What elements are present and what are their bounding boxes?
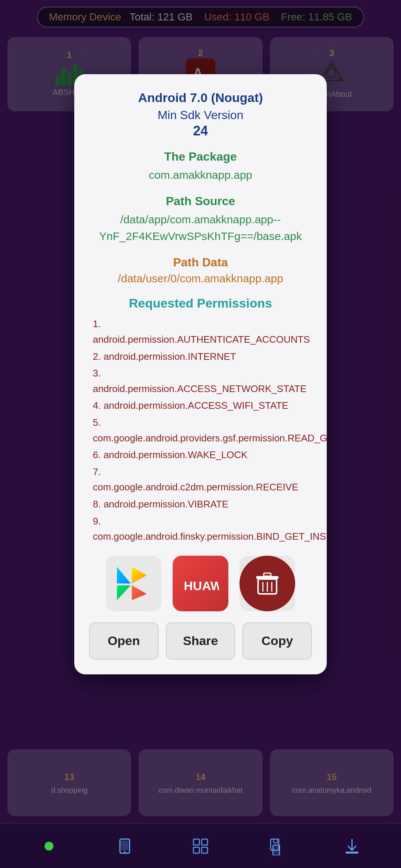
svg-rect-27 <box>273 845 280 855</box>
trash-svg <box>252 569 282 598</box>
svg-point-17 <box>45 842 53 851</box>
path-data-section: Path Data /data/user/0/com.amakknapp.app <box>89 256 312 285</box>
min-sdk-label: Min Sdk Version <box>89 107 312 124</box>
bottom-nav <box>0 823 401 868</box>
nav-download[interactable] <box>337 836 367 856</box>
permissions-list: 1. android.permission.AUTHENTICATE_ACCOU… <box>89 316 312 544</box>
trash-icon-box[interactable] <box>239 556 295 611</box>
svg-rect-22 <box>202 839 208 845</box>
permission-item: 9. com.google.android.finsky.permission.… <box>93 514 308 545</box>
permission-item: 3. android.permission.ACCESS_NETWORK_STA… <box>93 366 308 397</box>
huawei-icon: HUAWEI <box>182 572 219 595</box>
svg-rect-26 <box>274 839 277 843</box>
nav-file[interactable] <box>261 836 291 856</box>
path-data-value: /data/user/0/com.amakknapp.app <box>89 272 312 285</box>
package-section: The Package com.amakknapp.app <box>89 150 312 183</box>
svg-rect-28 <box>346 852 358 854</box>
permission-item: 7. com.google.android.c2dm.permission.RE… <box>93 464 308 495</box>
trash-icon <box>239 556 295 611</box>
share-button[interactable]: Share <box>166 622 235 660</box>
phone-icon <box>115 836 135 856</box>
svg-rect-23 <box>193 847 199 853</box>
svg-marker-7 <box>117 585 131 600</box>
path-source-label: Path Source <box>89 194 312 208</box>
copy-button[interactable]: Copy <box>242 622 312 660</box>
google-play-icon-box[interactable] <box>106 556 162 611</box>
svg-rect-24 <box>202 847 208 853</box>
action-icons-row: HUAWEI <box>89 556 312 611</box>
permissions-section: Requested Permissions 1. android.permiss… <box>89 296 312 544</box>
permission-item: 1. android.permission.AUTHENTICATE_ACCOU… <box>93 316 308 347</box>
google-play-icon <box>111 561 156 606</box>
permissions-label: Requested Permissions <box>89 296 312 310</box>
svg-rect-21 <box>193 839 199 845</box>
path-data-label: Path Data <box>89 256 312 269</box>
svg-marker-9 <box>132 585 147 600</box>
app-info-modal: Android 7.0 (Nougat) Min Sdk Version 24 … <box>74 74 327 674</box>
nav-phone[interactable] <box>110 836 140 856</box>
package-label: The Package <box>89 150 312 164</box>
android-version: Android 7.0 (Nougat) <box>89 89 312 107</box>
package-value: com.amakknapp.app <box>89 167 312 183</box>
path-source-section: Path Source /data/app/com.amakknapp.app-… <box>89 194 312 244</box>
permission-item: 8. android.permission.VIBRATE <box>93 497 308 512</box>
svg-text:HUAWEI: HUAWEI <box>184 579 219 593</box>
permission-item: 2. android.permission.INTERNET <box>93 349 308 365</box>
svg-rect-13 <box>264 573 271 576</box>
grid-icon <box>190 836 211 856</box>
svg-point-20 <box>124 851 125 852</box>
huawei-icon-box[interactable]: HUAWEI <box>173 556 228 611</box>
nav-grid[interactable] <box>186 836 215 856</box>
modal-overlay: Android 7.0 (Nougat) Min Sdk Version 24 … <box>0 0 401 868</box>
permission-item: 6. android.permission.WAKE_LOCK <box>93 447 308 463</box>
permission-item: 5. com.google.android.providers.gsf.perm… <box>93 415 308 446</box>
path-source-value: /data/app/com.amakknapp.app--YnF_2F4KEwV… <box>89 211 312 244</box>
svg-marker-6 <box>117 567 131 583</box>
min-sdk-value: 24 <box>89 123 312 139</box>
svg-marker-8 <box>132 567 147 583</box>
home-icon <box>39 836 59 856</box>
android-version-section: Android 7.0 (Nougat) Min Sdk Version 24 <box>89 89 312 139</box>
action-buttons-row: Open Share Copy <box>89 622 312 660</box>
open-button[interactable]: Open <box>89 622 159 660</box>
file-icon <box>266 836 287 856</box>
nav-home[interactable] <box>34 836 64 856</box>
svg-rect-19 <box>121 841 128 850</box>
permission-item: 4. android.permission.ACCESS_WIFI_STATE <box>93 398 308 414</box>
download-icon <box>342 836 362 856</box>
